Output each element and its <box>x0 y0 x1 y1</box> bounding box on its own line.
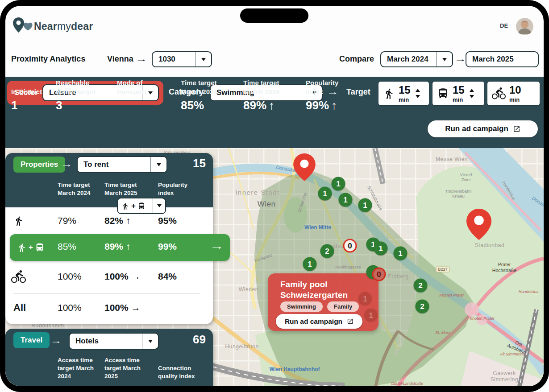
map-marker[interactable]: 0 <box>343 239 357 253</box>
stat-mode-of-transport: Mode of transport <box>117 77 159 96</box>
walk-icon <box>17 243 27 252</box>
page-title: Proximity Analytics <box>11 54 85 64</box>
column-header: Access time target March 2024 <box>58 356 99 381</box>
target-bus-stepper[interactable]: 15min <box>433 82 484 105</box>
decrement-button[interactable] <box>416 95 420 98</box>
map-marker[interactable]: 1 <box>332 177 345 191</box>
popularity-cell: 84% <box>158 271 177 282</box>
popup-run-ad-campaign-button[interactable]: Run ad campaign <box>276 314 362 329</box>
stat-label: Mode of transport <box>117 77 159 96</box>
bus-minutes-value: 15 <box>453 85 465 95</box>
stat-time-target-2025: Time target March 2024 89%↑ <box>243 77 292 112</box>
map-marker[interactable]: 1 <box>374 242 388 256</box>
walk-minutes-unit: min <box>399 97 409 103</box>
district-value: 1030 <box>153 52 195 66</box>
bike-minutes-value: 10 <box>509 85 521 95</box>
bike-minutes-unit: min <box>509 97 520 103</box>
tt2024-cell: 100% <box>58 271 82 282</box>
walk-icon <box>383 87 395 99</box>
column-header: Connection quality index <box>158 364 207 380</box>
tt2025-cell: 100% → <box>104 302 141 313</box>
column-header: Popularity index <box>158 181 203 197</box>
travel-badge[interactable]: Travel <box>13 332 50 348</box>
user-avatar[interactable] <box>516 18 533 35</box>
stat-label: Time target March 2024 <box>181 77 230 96</box>
external-link-icon <box>347 318 354 325</box>
properties-table: 79% 82% ↑ 95% + 85% 89% ↑ 99% → 100% <box>5 207 213 324</box>
external-link-icon <box>513 125 520 133</box>
compare-to-dropdown[interactable]: March 2025 <box>466 51 539 67</box>
map-marker[interactable]: 1 <box>364 309 378 322</box>
brand-name: Nearmydear <box>34 21 93 33</box>
map-marker[interactable]: 1 <box>339 193 353 207</box>
app-screen: Nearmydear DE Proximity Analytics Vienna… <box>5 6 544 386</box>
table-row-bike[interactable]: 100% 100% → 84% <box>5 264 213 289</box>
dropdown-separator <box>522 52 538 66</box>
stat-reachable: Reachable within target 3 <box>56 77 108 112</box>
travel-count: 69 <box>193 333 206 347</box>
popup-run-ad-label: Run ad campaign <box>285 318 342 326</box>
selected-row-arrow-icon: → <box>212 240 222 252</box>
travel-filter-dropdown[interactable]: Hotels <box>69 333 159 350</box>
stat-label: Popularity index <box>306 77 350 96</box>
table-row-walk-bus-selected[interactable]: + 85% 89% ↑ 99% → <box>10 234 230 261</box>
travel-panel: Travel → Hotels 69 Access time target Ma… <box>5 329 213 386</box>
properties-arrow: → <box>62 160 71 169</box>
map-pin-icon[interactable] <box>466 209 491 240</box>
map-marker[interactable]: 2 <box>416 300 429 314</box>
stat-value: 3 <box>56 99 108 112</box>
compare-to-value: March 2025 <box>466 52 522 66</box>
table-divider <box>13 293 200 293</box>
tag-swimming: Swimming <box>280 301 323 312</box>
bike-icon <box>11 269 26 284</box>
popularity-cell: 95% <box>158 215 177 226</box>
properties-header: Properties → To rent 15 Time target Marc… <box>5 153 213 207</box>
map-marker[interactable]: 0 <box>372 268 386 281</box>
mode-of-transport-value: + <box>118 198 153 213</box>
table-row-walk[interactable]: 79% 82% ↑ 95% <box>5 208 213 233</box>
target-walk-stepper[interactable]: 15min <box>378 82 429 105</box>
device-frame: Nearmydear DE Proximity Analytics Vienna… <box>0 0 549 392</box>
chevron-down-icon <box>142 334 158 349</box>
map-marker[interactable]: 1 <box>394 247 408 260</box>
column-header: Time target March 2025 <box>104 181 149 197</box>
tt2024-cell: 85% <box>58 241 76 252</box>
chevron-down-icon <box>153 198 165 213</box>
map-marker[interactable]: 1 <box>303 257 317 271</box>
tt2025-cell: 100% → <box>104 271 141 282</box>
district-dropdown[interactable]: 1030 <box>152 51 212 67</box>
map-marker[interactable]: 2 <box>414 279 428 293</box>
popup-tags: Swimming Family <box>280 301 359 312</box>
stat-value: 99%↑ <box>306 99 350 112</box>
map-marker[interactable]: 1 <box>358 198 372 212</box>
bus-icon <box>137 202 146 210</box>
popup-title: Family pool Schweizergarten <box>280 279 365 301</box>
map-marker[interactable]: 2 <box>320 244 334 258</box>
walk-icon <box>121 202 129 210</box>
language-selector[interactable]: DE <box>500 22 508 29</box>
map-marker[interactable]: 1 <box>318 187 332 201</box>
properties-badge[interactable]: Properties <box>13 157 65 173</box>
stat-in-district: In District 1 <box>11 77 54 112</box>
stat-label: Time target March 2024 <box>243 77 292 96</box>
properties-filter-dropdown[interactable]: To rent <box>77 156 167 173</box>
city-label: Vienna <box>107 54 133 64</box>
map-pin-icon[interactable] <box>293 153 316 181</box>
tt2024-cell: 100% <box>58 302 82 313</box>
increment-button[interactable] <box>416 89 420 92</box>
compare-from-dropdown[interactable]: March 2024 <box>380 51 453 67</box>
properties-filter-value: To rent <box>78 157 150 172</box>
increment-button[interactable] <box>470 89 474 92</box>
run-ad-campaign-button[interactable]: Run ad campaign <box>428 120 538 137</box>
table-row-all[interactable]: All 100% 100% → <box>5 295 213 321</box>
chevron-down-icon <box>150 157 166 172</box>
properties-count: 15 <box>193 157 206 170</box>
target-bike-box[interactable]: 10min <box>487 82 540 105</box>
walk-icon <box>13 215 24 226</box>
map-marker[interactable]: 1 <box>358 292 372 306</box>
stat-value: 85% <box>181 99 230 112</box>
filter-bar: Sector Leisure Category Swimming → Targe… <box>5 77 544 148</box>
decrement-button[interactable] <box>470 95 474 98</box>
stat-label: In District <box>11 77 54 96</box>
mode-of-transport-dropdown[interactable]: + <box>117 198 166 214</box>
